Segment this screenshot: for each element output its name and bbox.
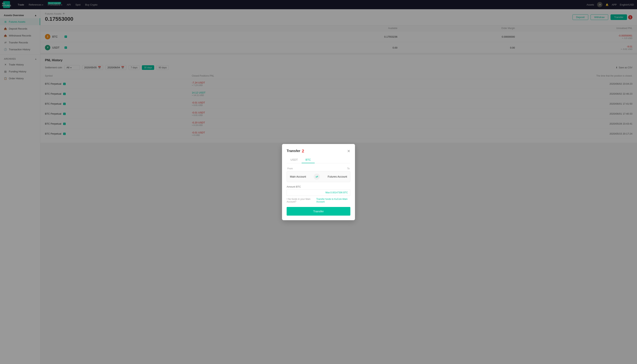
- tab-usdt[interactable]: USDT: [287, 157, 302, 163]
- transfer-accounts-box: Main Account ⇄ Futures Account: [287, 171, 350, 182]
- modal-close-button[interactable]: ✕: [347, 149, 350, 154]
- transfer-modal: Transfer 2 ✕ USDT BTC From To Main Accou…: [282, 144, 355, 220]
- max-label: Max:0.00147306 BTC: [326, 191, 348, 194]
- step2-badge: 2: [302, 148, 304, 154]
- amount-input[interactable]: [289, 191, 326, 194]
- note-row: • No funds in your Main Account? Transfe…: [287, 198, 350, 203]
- modal-tabs: USDT BTC: [287, 157, 350, 164]
- modal-overlay[interactable]: Transfer 2 ✕ USDT BTC From To Main Accou…: [0, 0, 637, 364]
- from-to-labels: From To: [287, 167, 350, 170]
- transfer-submit-button[interactable]: Transfer: [287, 207, 350, 216]
- amount-label: Amount BTC: [287, 185, 350, 188]
- swap-button[interactable]: ⇄: [314, 174, 320, 180]
- to-account: Futures Account: [328, 175, 347, 178]
- from-account: Main Account: [290, 175, 306, 178]
- amount-section: Amount BTC Max:0.00147306 BTC: [287, 185, 350, 196]
- from-label: From: [288, 167, 293, 170]
- amount-input-row: Max:0.00147306 BTC: [287, 189, 350, 196]
- note-link[interactable]: Transfer funds to KuCoin-Main Account: [316, 198, 350, 203]
- tab-btc[interactable]: BTC: [302, 157, 315, 163]
- modal-title: Transfer: [287, 149, 300, 153]
- note-text: • No funds in your Main Account?: [287, 198, 316, 203]
- modal-header: Transfer 2 ✕: [287, 148, 350, 154]
- to-label: To: [347, 167, 350, 170]
